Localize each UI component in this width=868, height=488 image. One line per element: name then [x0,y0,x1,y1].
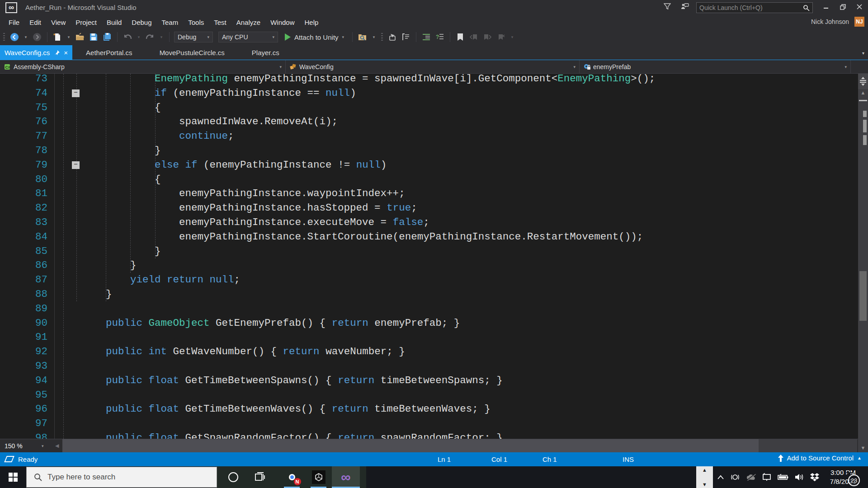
code-line-73[interactable]: 73 EnemyPathing enemyPathingInstance = s… [0,74,858,86]
code-line-95[interactable]: 95 [0,388,858,402]
open-folder-icon[interactable] [75,31,85,43]
navigate-back-dropdown-icon[interactable]: ▾ [23,31,29,43]
code-line-94[interactable]: 94 public float GetTimeBetweenSpawns() {… [0,373,858,388]
menu-item-help[interactable]: Help [300,16,324,28]
quick-launch-input[interactable] [697,4,803,11]
code-line-79[interactable]: 79− else if (enemyPathingInstance != nul… [0,158,858,172]
menu-item-tools[interactable]: Tools [183,16,209,28]
indent-increase-icon[interactable]: ? [434,31,445,43]
add-to-source-control-button[interactable]: Add to Source Control ▲ [778,454,862,462]
taskbar-search-box[interactable] [26,467,217,488]
splitter-handle-icon[interactable] [858,74,868,89]
code-line-98[interactable]: 98 public float GetSpawnRandomFactor() {… [0,431,858,439]
chrome-taskbar-button[interactable]: N [278,466,305,488]
horizontal-scrollbar-thumb[interactable] [62,439,759,452]
search-icon[interactable] [803,5,812,11]
toolbar-grip[interactable] [3,33,5,41]
bookmark-icon[interactable] [455,31,466,43]
minimize-button[interactable] [817,0,835,14]
code-line-82[interactable]: 82 enemyPathingInstance.hasStopped = tru… [0,201,858,215]
menu-item-project[interactable]: Project [71,16,102,28]
navigate-forward-icon[interactable] [32,31,42,43]
code-line-90[interactable]: 90 public GameObject GetEnemyPrefab() { … [0,316,858,330]
menu-item-analyze[interactable]: Analyze [231,16,265,28]
chevron-up-icon[interactable]: ▲ [696,467,713,473]
menu-item-file[interactable]: File [4,16,24,28]
taskbar-scroll[interactable]: ▲ ▼ [696,466,713,488]
code-line-74[interactable]: 74− if (enemyPathingInstance == null) [0,86,858,100]
code-line-80[interactable]: 80 { [0,172,858,187]
task-view-button[interactable] [246,466,273,488]
navigate-back-icon[interactable] [9,31,20,43]
redo-icon[interactable] [145,31,156,43]
scroll-down-icon[interactable]: ▼ [858,445,868,450]
comment-icon[interactable] [401,31,411,43]
user-avatar[interactable]: NJ [854,17,864,27]
zoom-level-dropdown[interactable]: 150 % [0,439,42,452]
collapse-region-icon[interactable]: − [72,89,80,97]
visual-studio-taskbar-button[interactable]: ∞ [332,466,360,488]
menu-item-debug[interactable]: Debug [127,16,156,28]
next-bookmark-icon[interactable] [482,31,493,43]
code-line-97[interactable]: 97 [0,416,858,431]
zoom-dropdown-icon[interactable]: ▾ [42,444,52,448]
cortana-button[interactable] [220,466,246,488]
tab-waveconfig-cs[interactable]: WaveConfig.cs× [0,45,72,60]
solution-configuration-dropdown[interactable]: Debug▾ [174,32,213,42]
menu-item-build[interactable]: Build [102,16,127,28]
menu-item-team[interactable]: Team [157,16,184,28]
code-line-81[interactable]: 81 enemyPathingInstance.waypointIndex++; [0,186,858,201]
attach-to-unity-button[interactable]: Attach to Unity ▾ [284,33,344,41]
find-in-files-icon[interactable] [357,31,368,43]
scroll-up-icon[interactable]: ▲ [858,90,868,95]
tab-list-dropdown-icon[interactable]: ▾ [862,51,864,56]
project-dropdown[interactable]: C# Assembly-CSharp ▾ [0,60,286,73]
code-line-92[interactable]: 92 public int GetWaveNumber() { return w… [0,344,858,359]
clear-bookmarks-icon[interactable] [495,31,506,43]
close-button[interactable] [851,0,868,14]
vertical-scrollbar[interactable]: ▲ ▼ [858,74,868,452]
redo-dropdown-icon[interactable]: ▾ [158,31,165,43]
prev-bookmark-icon[interactable] [468,31,479,43]
feedback-icon[interactable] [681,3,689,10]
volume-icon[interactable] [795,474,804,481]
undo-icon[interactable] [122,31,133,43]
horizontal-scrollbar[interactable] [62,439,857,452]
quick-launch-box[interactable] [696,2,813,13]
code-editor[interactable]: 73 EnemyPathing enemyPathingInstance = s… [0,74,868,452]
code-line-88[interactable]: 88 } [0,287,858,301]
code-line-84[interactable]: 84 enemyPathingInstance.StartCoroutine(e… [0,230,858,244]
scroll-left-icon[interactable]: ◀ [52,443,62,449]
code-line-85[interactable]: 85 } [0,244,858,258]
pin-icon[interactable] [54,50,60,56]
close-icon[interactable]: × [64,50,68,56]
filter-icon[interactable] [664,3,671,10]
menu-item-view[interactable]: View [46,16,71,28]
indent-decrease-icon[interactable] [421,31,432,43]
menu-item-window[interactable]: Window [265,16,299,28]
code-line-75[interactable]: 75 { [0,100,858,115]
tab-player-cs[interactable]: Player.cs [238,45,293,60]
member-dropdown[interactable]: enemyPrefab ▾ [580,60,851,73]
code-line-91[interactable]: 91 [0,330,858,344]
display-icon[interactable] [762,473,771,481]
code-line-87[interactable]: 87 yield return null; [0,272,858,287]
new-file-icon[interactable]: * [52,31,63,43]
battery-icon[interactable] [778,474,788,480]
tab-movepustulecircle-cs[interactable]: MovePustuleCircle.cs [146,45,238,60]
chevron-down-icon[interactable]: ▼ [696,482,713,487]
menu-item-edit[interactable]: Edit [24,16,46,28]
code-line-83[interactable]: 83 enemyPathingInstance.executeMove = fa… [0,215,858,230]
onedrive-icon[interactable] [746,474,756,481]
toolbar-options-dropdown-icon[interactable]: ▾ [509,31,515,43]
meet-now-icon[interactable] [731,473,740,481]
undo-dropdown-icon[interactable]: ▾ [136,31,142,43]
taskbar-search-input[interactable] [47,473,217,482]
save-all-icon[interactable] [102,31,113,43]
start-button[interactable] [0,466,26,488]
code-line-78[interactable]: 78 } [0,143,858,158]
find-dropdown-icon[interactable]: ▾ [371,31,377,43]
code-line-86[interactable]: 86 } [0,258,858,272]
type-dropdown[interactable]: WaveConfig ▾ [286,60,580,73]
code-line-76[interactable]: 76 spawnedInWave.RemoveAt(i); [0,114,858,129]
